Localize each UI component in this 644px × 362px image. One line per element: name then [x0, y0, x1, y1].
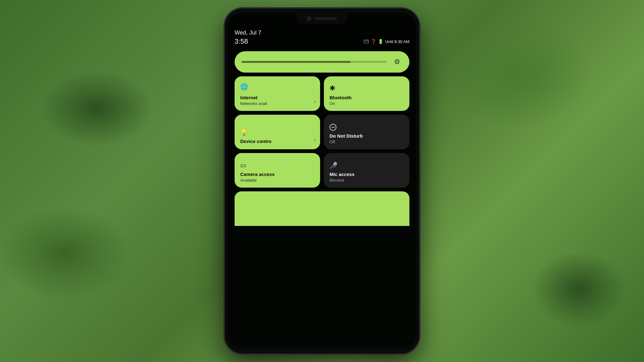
tiles-row-2: 💡 Device contro › Do Not Disturb — [235, 115, 409, 149]
bluetooth-content: Bluetooth On — [330, 95, 404, 106]
internet-content: Internet Networks avail — [240, 95, 314, 106]
brightness-fill — [242, 61, 351, 63]
device-controls-icon: 💡 — [240, 129, 248, 136]
status-date: Wed, Jul 7 — [235, 30, 409, 36]
device-controls-tile[interactable]: 💡 Device contro › — [235, 115, 320, 149]
wifi-icon: ❓ — [371, 39, 376, 44]
device-controls-chevron: › — [314, 137, 316, 142]
camera-title: Camera access — [240, 172, 314, 177]
camera-subtitle: Available — [240, 178, 314, 183]
vibrate-icon: 📳 — [364, 39, 369, 44]
dnd-icon — [330, 124, 336, 131]
quick-settings: ⚙ 🌐 Internet Networks avail › — [235, 51, 409, 349]
dnd-subtitle: Off — [330, 140, 404, 144]
mic-blocked-icon: 🎤̷ — [330, 162, 404, 169]
device-controls-content: Device contro — [240, 139, 314, 144]
status-bar: 3:58 📳 ❓ 🔋 Until 8:30 AM — [235, 37, 409, 46]
tiles-row-4 — [235, 191, 409, 226]
bluetooth-icon: ✱ — [330, 84, 404, 92]
status-right: 📳 ❓ 🔋 Until 8:30 AM — [364, 39, 409, 44]
device-control-row: 💡 — [240, 129, 314, 139]
internet-icon: 🌐 — [240, 83, 248, 90]
mic-access-tile[interactable]: 🎤̷ Mic access Blocked — [324, 153, 409, 188]
speaker-bar — [315, 17, 337, 20]
partial-tile[interactable] — [235, 191, 409, 226]
bluetooth-title: Bluetooth — [330, 95, 404, 101]
settings-button[interactable]: ⚙ — [392, 57, 402, 67]
mic-title: Mic access — [330, 172, 404, 177]
brightness-slider[interactable] — [242, 61, 387, 63]
internet-title: Internet — [240, 95, 314, 101]
camera-access-tile[interactable]: ▭ Camera access Available — [235, 153, 320, 188]
internet-icon-row: 🌐 — [240, 83, 314, 93]
bluetooth-subtitle: On — [330, 101, 404, 106]
phone-container: Wed, Jul 7 3:58 📳 ❓ 🔋 Until 8:30 AM — [225, 8, 419, 354]
dnd-tile[interactable]: Do Not Disturb Off — [324, 115, 409, 149]
battery-label: Until 8:30 AM — [385, 39, 409, 44]
gear-icon: ⚙ — [394, 58, 400, 66]
dnd-line — [331, 127, 335, 128]
internet-subtitle: Networks avail — [240, 101, 314, 106]
bluetooth-tile[interactable]: ✱ Bluetooth On — [324, 76, 409, 111]
mic-content: Mic access Blocked — [330, 172, 404, 183]
camera-icon: ▭ — [240, 162, 314, 169]
dnd-title: Do Not Disturb — [330, 133, 404, 139]
tiles-row-3: ▭ Camera access Available 🎤̷ Mic access … — [235, 153, 409, 188]
mic-subtitle: Blocked — [330, 178, 404, 183]
brightness-bar[interactable]: ⚙ — [235, 51, 409, 73]
camera-content: Camera access Available — [240, 172, 314, 183]
dnd-content: Do Not Disturb Off — [330, 133, 404, 144]
tiles-row-1: 🌐 Internet Networks avail › ✱ Bluetooth — [235, 76, 409, 111]
notch-area — [297, 13, 347, 24]
phone-screen: Wed, Jul 7 3:58 📳 ❓ 🔋 Until 8:30 AM — [228, 13, 416, 349]
internet-tile[interactable]: 🌐 Internet Networks avail › — [235, 76, 320, 111]
front-camera — [307, 16, 311, 21]
internet-chevron: › — [314, 99, 316, 104]
device-controls-title: Device contro — [240, 139, 314, 144]
status-time: 3:58 — [235, 37, 248, 46]
battery-icon: 🔋 — [378, 39, 383, 44]
screen-content: Wed, Jul 7 3:58 📳 ❓ 🔋 Until 8:30 AM — [228, 13, 416, 349]
